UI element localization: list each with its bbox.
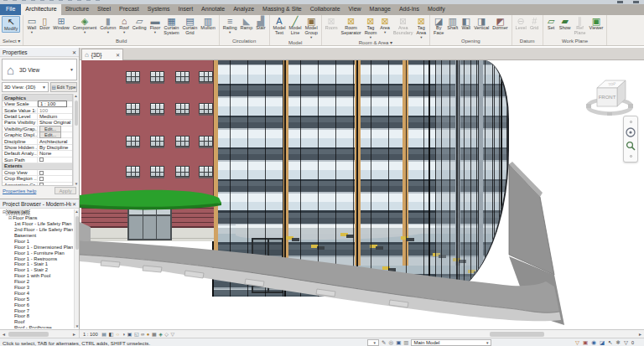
curtain-wall-tower[interactable] [212,60,509,297]
panel-name-select[interactable]: Select ▾ [0,38,23,45]
property-value[interactable]: Show Original [38,120,72,125]
select-underlay-icon[interactable]: ▣ [583,339,588,346]
properties-scrollbar-thumb[interactable] [75,101,78,126]
qat-icon[interactable] [86,0,91,1]
brick-window[interactable] [126,136,140,147]
ribbon-button-room-separator[interactable]: ⊠RoomSeparator [339,16,362,36]
tab-collaborate[interactable]: Collaborate [306,4,345,15]
tree-item-floor-7[interactable]: Floor 7 [1,307,73,313]
edit-type-button[interactable]: ▤ Edit Type [50,82,77,92]
ribbon-button-area[interactable]: ⊠Area▾ [378,16,392,34]
view-tab-close-icon[interactable]: ✕ [116,52,120,58]
ribbon-button-vertical[interactable]: ◨Vertical [472,16,491,31]
project-browser-scrollbar[interactable]: ▲▼ [74,209,79,328]
brick-window[interactable] [150,103,164,114]
tree-item-floor-1-dimensioned-plan[interactable]: Floor 1 - Dimensioned Plan [1,244,73,250]
tab-annotate[interactable]: Annotate [197,4,229,15]
select-by-face-icon[interactable]: ◪ [600,339,605,346]
qat-icon[interactable] [77,0,81,1]
left-hscroll-thumb[interactable] [8,332,49,337]
canvas-hscroll-thumb[interactable] [490,332,544,337]
properties-scrollbar[interactable]: ▲▼ [73,94,78,186]
property-value[interactable]: 100 [38,108,72,113]
project-browser-scrollbar-thumb[interactable] [75,216,79,250]
ribbon-button-area-boundary[interactable]: ⊠AreaBoundary [392,16,415,36]
brick-window[interactable] [199,71,213,82]
qat-icon[interactable] [40,0,44,1]
brick-window[interactable] [175,103,190,114]
qat-icon[interactable] [49,0,54,1]
ribbon-button-stair[interactable]: ▟Stair [254,16,267,31]
tree-item-floor-1-with-pool[interactable]: Floor 1 with Pool [1,273,73,279]
brick-window[interactable] [199,136,213,147]
tree-item-roof[interactable]: Roof [1,319,73,325]
tree-item-floor-1-restrooms[interactable]: Floor 1 - Restrooms [1,256,73,261]
ribbon-button-model-text[interactable]: AModelText [272,16,288,36]
maximize-icon[interactable] [633,1,639,3]
tab-precast[interactable]: Precast [115,4,143,15]
tree-item-1st-floor-life-safety-plan[interactable]: 1st Floor - Life Safety Plan [1,221,73,227]
tree-item-floor-1-stair-1[interactable]: Floor 1 - Stair 1 [1,261,73,267]
ribbon-button-by-face[interactable]: ◪ByFace [432,16,445,36]
property-checkbox[interactable] [39,183,44,186]
qat-icon[interactable] [59,0,63,1]
property-checkbox[interactable] [39,171,44,175]
ribbon-button-wall[interactable]: ◧Wall [460,16,472,31]
ribbon-button-roof[interactable]: ⌂Roof▾ [117,16,131,34]
ribbon-button-model-group[interactable]: ▣ModelGroup▾ [304,16,319,39]
tree-item-basement[interactable]: Basement [1,233,73,239]
brick-window[interactable] [126,71,140,82]
tab-steel[interactable]: Steel [93,4,115,15]
ribbon-button-dormer[interactable]: ◩Dormer [491,16,509,31]
select-pinned-icon[interactable]: ◉ [591,339,596,346]
zoom-icon[interactable] [626,141,636,151]
tab-insert[interactable]: Insert [174,4,198,15]
ribbon-button-room[interactable]: ⊠Room [324,16,340,31]
window-buttons[interactable] [617,1,639,3]
ribbon-button-ceiling[interactable]: ▱Ceiling [131,16,148,31]
apply-button[interactable]: Apply [55,187,76,194]
qat-icon[interactable] [22,0,26,1]
brick-building-facade[interactable] [81,60,214,199]
editing-requests-icon[interactable]: ✎ [382,339,386,346]
steering-wheel-icon[interactable] [626,127,636,137]
scroll-right-icon[interactable]: ► [638,332,642,337]
type-selector[interactable]: ⌂ 3D View ▼ [2,59,77,80]
tab-modify[interactable]: Modify [423,4,449,15]
tree-item-floor-1-stair-2[interactable]: Floor 1 - Stair 2 [1,267,73,273]
panel-name-room-area[interactable]: Room & Area ▾ [322,39,429,47]
tab-file[interactable]: File [0,4,21,15]
tree-item-floor-plans[interactable]: ⊟Floor Plans [1,215,73,221]
property-edit-button[interactable]: Edit... [39,132,61,138]
filter-icon[interactable]: ▽ [624,339,628,346]
properties-close-icon[interactable]: ✕ [72,49,76,55]
ribbon-button-model-line[interactable]: ╱ModelLine [288,16,304,36]
select-links-icon[interactable]: ▽ [575,339,579,346]
brick-window[interactable] [150,71,164,82]
tab-architecture[interactable]: Architecture [21,4,60,15]
active-workset-dropdown[interactable]: ▼ [367,339,379,346]
property-value[interactable]: Architectural [38,139,72,144]
ribbon-button-window[interactable]: ⊞Window [51,16,71,31]
ribbon-button-tag-area[interactable]: ⊠TagArea▾ [414,16,428,39]
brick-window[interactable] [126,166,140,177]
view-combo[interactable]: 3D View: {3D} ▼ [2,82,49,92]
brick-window[interactable] [199,166,213,177]
property-value[interactable]: By Discipline [38,145,72,150]
brick-window[interactable] [150,136,164,147]
view-tab-3d[interactable]: ⌂ {3D} ✕ [81,49,123,60]
scale-button[interactable]: 1 : 100 [83,332,98,337]
navigation-bar[interactable] [623,116,638,163]
design-options-icon[interactable]: ▥ [403,339,408,346]
brick-window[interactable] [175,136,190,147]
tab-view[interactable]: View [345,4,366,15]
save-locations-icon[interactable]: ▣ [396,339,401,346]
tree-item-floor-2[interactable]: Floor 2 [1,279,73,285]
tree-item-views-all[interactable]: ⊟Views (all) [1,209,73,215]
ribbon-button-curtain-system[interactable]: ▦CurtainSystem [162,16,180,36]
tree-item-floor-3[interactable]: Floor 3 [1,285,73,291]
ribbon-button-ref-plane[interactable]: ∥RefPlane [573,16,588,36]
tree-item-floor-5[interactable]: Floor 5 [1,296,73,302]
ribbon-button-show[interactable]: ▰Show [558,16,573,31]
tab-add-ins[interactable]: Add-Ins [395,4,423,15]
